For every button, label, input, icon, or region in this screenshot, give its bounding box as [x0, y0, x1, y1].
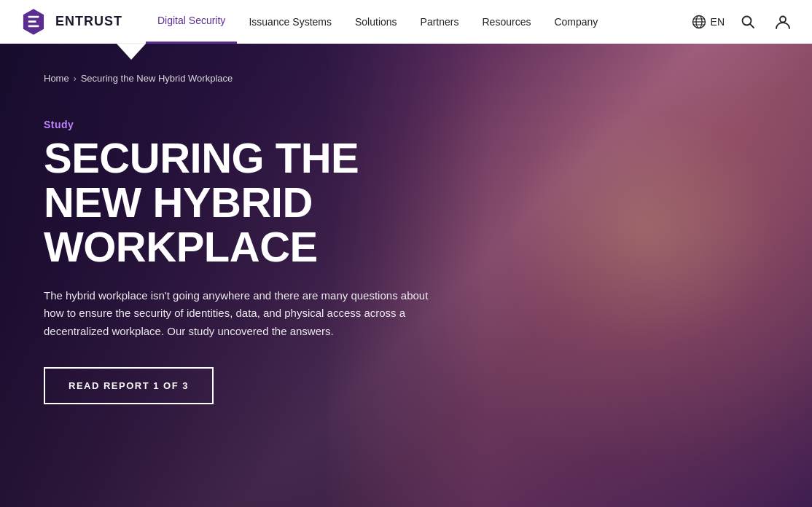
nav-link-issuance-systems[interactable]: Issuance Systems — [237, 0, 343, 44]
nav-link-digital-security[interactable]: Digital Security — [146, 0, 237, 44]
nav-link-partners[interactable]: Partners — [409, 0, 471, 44]
user-account-button[interactable] — [771, 10, 795, 34]
svg-rect-2 — [28, 20, 36, 23]
nav-link-solutions[interactable]: Solutions — [343, 0, 409, 44]
nav-links: Digital Security Issuance Systems Soluti… — [146, 0, 692, 44]
breadcrumb-chevron-icon: › — [74, 74, 77, 84]
hero-section: Home › Securing the New Hybrid Workplace… — [0, 44, 812, 507]
svg-point-11 — [780, 16, 786, 22]
logo-text: ENTRUST — [55, 14, 122, 29]
svg-rect-1 — [28, 15, 39, 17]
search-button[interactable] — [736, 10, 760, 34]
nav-right: EN — [692, 10, 795, 34]
hero-headline: SECURING THE NEW HYBRID WORKPLACE — [44, 136, 437, 270]
language-selector[interactable]: EN — [692, 15, 725, 29]
breadcrumb-current-page: Securing the New Hybrid Workplace — [81, 73, 233, 84]
headline-line-2: NEW HYBRID — [44, 178, 313, 226]
headline-line-3: WORKPLACE — [44, 223, 318, 270]
hero-body-text: The hybrid workplace isn't going anywher… — [44, 287, 430, 341]
lang-label: EN — [711, 16, 725, 28]
breadcrumb-home-link[interactable]: Home — [44, 73, 69, 84]
main-nav: ENTRUST Digital Security Issuance System… — [0, 0, 812, 44]
breadcrumb: Home › Securing the New Hybrid Workplace — [44, 73, 437, 84]
nav-link-resources[interactable]: Resources — [471, 0, 543, 44]
nav-link-company[interactable]: Company — [542, 0, 609, 44]
hero-content: Home › Securing the New Hybrid Workplace… — [0, 44, 481, 433]
logo-icon — [17, 6, 50, 38]
svg-line-10 — [750, 24, 754, 28]
svg-rect-3 — [28, 25, 39, 27]
headline-line-1: SECURING THE — [44, 134, 359, 181]
content-tag: Study — [44, 119, 437, 130]
logo-area[interactable]: ENTRUST — [17, 6, 122, 38]
globe-icon — [692, 15, 706, 29]
read-report-button[interactable]: READ REPORT 1 OF 3 — [44, 367, 214, 404]
nav-active-indicator — [117, 44, 146, 60]
